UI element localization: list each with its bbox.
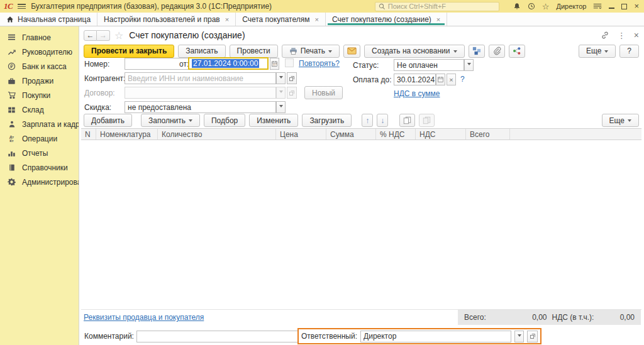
responsible-dropdown-button[interactable] (514, 331, 524, 342)
responsible-open-button[interactable] (527, 331, 538, 342)
column-header[interactable]: Номенклатура (96, 129, 158, 140)
post-and-close-button[interactable]: Провести и закрыть (84, 45, 174, 58)
help-button[interactable]: ? (619, 45, 639, 58)
related-documents-button[interactable] (469, 45, 485, 58)
contract-open-button[interactable] (287, 87, 297, 99)
pick-button[interactable]: Подбор (204, 114, 245, 127)
restore-icon[interactable] (621, 4, 627, 9)
new-contract-button[interactable]: Новый (304, 86, 343, 99)
fill-button[interactable]: Заполнить (141, 114, 200, 127)
sidebar-item-reports[interactable]: Отчеты (0, 146, 79, 160)
contract-dropdown-button[interactable] (276, 87, 286, 99)
load-button[interactable]: Загрузить (302, 114, 352, 127)
pay-until-input[interactable]: 30.01.2024 (394, 74, 436, 85)
column-header[interactable]: N (81, 129, 96, 140)
move-row-up-button[interactable]: ↑ (362, 114, 373, 127)
comment-input[interactable] (136, 331, 304, 342)
pay-until-clear-button[interactable]: × (447, 74, 456, 85)
move-row-down-button[interactable]: ↓ (377, 114, 388, 127)
tab-close-icon[interactable]: × (314, 16, 318, 23)
print-button[interactable]: Печать (282, 45, 340, 58)
total-label: Всего: (464, 313, 486, 322)
items-table-body[interactable] (81, 140, 641, 310)
column-header[interactable]: Сумма (326, 129, 376, 140)
more-button[interactable]: Еще (579, 45, 616, 58)
minimize-icon[interactable] (609, 4, 614, 9)
document-form: ← → ☆ Счет покупателю (создание) ⋮ × Про… (79, 26, 644, 345)
window-close-icon[interactable]: × (634, 3, 639, 9)
main-menu-icon[interactable] (18, 4, 26, 9)
search-input[interactable] (388, 3, 489, 10)
tab-close-icon[interactable]: × (225, 16, 229, 23)
sidebar-item-payroll-hr[interactable]: Зарплата и кадры (0, 117, 79, 131)
date-input[interactable]: 27.01.2024 0:00:00 (188, 57, 269, 70)
calendar-icon (271, 60, 278, 67)
create-based-on-button[interactable]: Создать на основании (364, 45, 465, 58)
service-menu-icon[interactable] (593, 3, 602, 10)
notifications-bell-icon[interactable] (513, 3, 521, 10)
nav-forward-icon[interactable]: → (97, 30, 110, 41)
get-link-icon[interactable] (601, 31, 609, 40)
more-menu-icon[interactable]: ⋮ (618, 31, 626, 40)
tab-home[interactable]: Начальная страница (0, 13, 97, 26)
schedule-button[interactable] (285, 58, 294, 67)
date-calendar-button[interactable] (270, 58, 279, 70)
counterparty-open-button[interactable] (287, 72, 297, 84)
column-header[interactable]: НДС (416, 129, 466, 140)
global-search[interactable] (375, 2, 499, 11)
nav-back-icon[interactable]: ← (84, 30, 97, 41)
history-icon[interactable] (528, 3, 535, 10)
sidebar-item-manager[interactable]: Руководителю (0, 45, 79, 59)
sidebar-item-label: Покупки (22, 91, 50, 100)
sidebar-item-sales[interactable]: Продажи (0, 74, 79, 88)
sidebar-item-purchases[interactable]: Покупки (0, 88, 79, 102)
column-header[interactable]: Количество (158, 129, 276, 140)
vat-mode-link[interactable]: НДС в сумме (394, 89, 440, 98)
copy-rows-button[interactable] (399, 114, 415, 127)
structure-icon (472, 47, 481, 55)
post-button[interactable]: Провести (230, 45, 278, 58)
sidebar-item-warehouse[interactable]: Склад (0, 102, 79, 117)
sidebar-item-operations[interactable]: ДтКтОперации (0, 131, 79, 146)
1c-logo-icon: 1С (4, 1, 13, 11)
paste-rows-button[interactable] (419, 114, 435, 127)
column-header[interactable]: Цена (276, 129, 326, 140)
edit-button[interactable]: Изменить (249, 114, 298, 127)
sidebar-item-administration[interactable]: Администрирование (0, 175, 79, 189)
tab-invoices-list[interactable]: Счета покупателям × (236, 13, 326, 26)
repeat-link[interactable]: Повторять? (299, 59, 340, 68)
contract-input[interactable] (125, 87, 276, 99)
send-email-button[interactable] (343, 45, 360, 58)
save-button[interactable]: Записать (178, 45, 225, 58)
pay-until-calendar-button[interactable] (436, 74, 445, 85)
favorite-star-icon[interactable]: ☆ (114, 30, 123, 41)
status-value: Не оплачен (397, 61, 438, 70)
favorites-star-icon[interactable]: ☆ (542, 2, 550, 11)
tab-label: Счет покупателю (создание) (332, 15, 431, 24)
sidebar-item-references[interactable]: Справочники (0, 160, 79, 175)
current-user[interactable]: Директор (556, 3, 586, 10)
add-row-button[interactable]: Добавить (84, 114, 132, 127)
counterparty-dropdown-button[interactable] (276, 72, 286, 84)
business-process-button[interactable] (509, 45, 525, 58)
column-header[interactable]: % НДС (376, 129, 416, 140)
sidebar-item-main[interactable]: Главное (0, 30, 79, 45)
tab-invoice-new[interactable]: Счет покупателю (создание) × (326, 13, 447, 26)
pay-until-help[interactable]: ? (460, 75, 465, 84)
calendar-icon (437, 76, 444, 83)
discount-dropdown-button[interactable] (276, 101, 286, 113)
status-dropdown-button[interactable] (464, 59, 474, 71)
sidebar-item-bank-cash[interactable]: Банк и касса (0, 59, 79, 74)
discount-select[interactable]: не предоставлена (125, 101, 276, 113)
table-more-button[interactable]: Еще (602, 114, 639, 127)
responsible-label: Ответственный: (301, 331, 357, 342)
counterparty-input[interactable] (125, 72, 276, 84)
responsible-input[interactable] (360, 331, 511, 342)
status-select[interactable]: Не оплачен (394, 59, 464, 71)
column-header[interactable]: Всего (466, 129, 510, 140)
tab-close-icon[interactable]: × (436, 16, 440, 23)
seller-buyer-requisites-link[interactable]: Реквизиты продавца и покупателя (84, 313, 204, 322)
attachments-button[interactable] (489, 45, 505, 58)
form-close-icon[interactable]: × (634, 30, 639, 40)
tab-user-settings[interactable]: Настройки пользователей и прав × (97, 13, 236, 26)
